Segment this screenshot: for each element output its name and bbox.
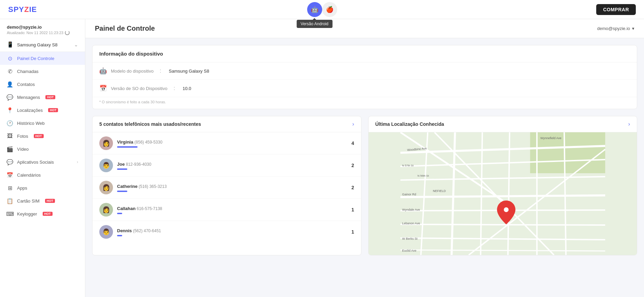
- sidebar-label-aplicativos: Aplicativos Sociais: [17, 160, 54, 165]
- contacts-list: 👩Virginia (856) 459-53304👨Joe 812-936-40…: [92, 132, 361, 243]
- sidebar-item-chamadas[interactable]: ✆Chamadas: [0, 65, 85, 78]
- hot-badge: HOT: [48, 108, 58, 112]
- sidebar-label-keylogger: Keylogger: [17, 211, 37, 217]
- header-user-menu[interactable]: demo@spyzie.io ▾: [597, 26, 634, 31]
- sidebar-updated: Atualizado: Nov 11 2022 11:23:23: [7, 30, 78, 35]
- sidebar-item-fotos[interactable]: 🖼FotosHOT: [0, 130, 85, 143]
- contact-name: Dennis: [117, 228, 132, 233]
- topbar: SPYZIE 🤖 Versão Android 🍎 COMPRAR: [0, 0, 644, 19]
- device-os-row: 📅 Versão de SO do Dispositivo : 10.0: [92, 80, 637, 97]
- sidebar-item-painel[interactable]: ⊙Painel De Controle: [0, 52, 85, 65]
- sidebar-item-localizacoes[interactable]: 📍LocalizaçõesHOT: [0, 104, 85, 117]
- cartao-icon: 📋: [7, 198, 13, 204]
- sidebar-item-cartao[interactable]: 📋Cartão SIMHOT: [0, 194, 85, 207]
- android-tooltip: Versão Android: [297, 20, 332, 28]
- sidebar-label-apps: Apps: [17, 185, 27, 191]
- svg-line-7: [400, 224, 605, 225]
- device-model-row: 🤖 Modelo do dispositivo : Samsung Galaxy…: [92, 62, 637, 80]
- map-container[interactable]: Woodbine Ave Gainor Rd Wyndale Ave Leban…: [369, 132, 637, 255]
- contact-row: 👨Joe 812-936-40302: [92, 154, 361, 177]
- apps-icon: ⊞: [7, 185, 13, 191]
- contact-count: 4: [352, 140, 354, 146]
- sync-note: * O sincronismo é feito a cada 30 horas.: [92, 97, 637, 109]
- sidebar-item-video[interactable]: 🎬Vídeo: [0, 143, 85, 155]
- refresh-icon[interactable]: [65, 30, 70, 35]
- mensagens-icon: 💬: [7, 94, 13, 100]
- map-svg: Woodbine Ave Gainor Rd Wyndale Ave Leban…: [369, 132, 637, 255]
- map-header: Última Localização Conhecida ›: [369, 116, 637, 132]
- sidebar-label-mensagens: Mensagens: [17, 95, 40, 100]
- hot-badge: HOT: [43, 212, 53, 216]
- sidebar-item-aplicativos[interactable]: 💬Aplicativos Sociais›: [0, 155, 85, 168]
- page-title: Painel de Controle: [95, 25, 155, 32]
- contact-phone: 616-575-7138: [135, 206, 162, 211]
- contact-avatar: 👨: [99, 225, 113, 239]
- sidebar-label-calendarios: Calendários: [17, 173, 41, 178]
- sidebar-item-keylogger[interactable]: ⌨KeyloggerHOT: [0, 207, 85, 220]
- sidebar-item-contatos[interactable]: 👤Contatos: [0, 78, 85, 91]
- sidebar-label-painel: Painel De Controle: [17, 56, 54, 61]
- device-item[interactable]: 📱 Samsung Galaxy S8 ⌄: [0, 38, 85, 52]
- svg-point-30: [504, 207, 509, 212]
- contact-count: 1: [352, 207, 354, 212]
- contact-phone: (562) 470-6451: [132, 228, 161, 233]
- chevron-down-icon: ▾: [632, 26, 634, 31]
- sidebar-email: demo@spyzie.io: [7, 25, 78, 30]
- contact-activity-bar: [117, 146, 138, 148]
- content-header: Painel de Controle demo@spyzie.io ▾: [85, 19, 644, 38]
- video-icon: 🎬: [7, 146, 13, 152]
- contact-name: Joe: [117, 162, 125, 167]
- contact-activity-bar: [117, 213, 122, 214]
- contact-name: Catherine: [117, 184, 138, 189]
- hot-badge: HOT: [34, 134, 44, 138]
- contact-count: 1: [352, 229, 354, 235]
- content-body: Informação do dispositivo 🤖 Modelo do di…: [85, 38, 644, 269]
- nav-arrow-icon: ›: [77, 160, 78, 164]
- sidebar-label-localizacoes: Localizações: [17, 108, 43, 113]
- map-card: Última Localização Conhecida ›: [368, 116, 638, 255]
- topbar-right: COMPRAR: [596, 4, 636, 15]
- contact-count: 2: [352, 163, 354, 168]
- contact-phone: (516) 365-3213: [138, 184, 167, 189]
- contact-count: 2: [352, 185, 354, 190]
- svg-text:Euclid Ave: Euclid Ave: [402, 249, 416, 252]
- sidebar-label-fotos: Fotos: [17, 134, 28, 139]
- aplicativos-icon: 💬: [7, 159, 13, 165]
- sidebar-label-contatos: Contatos: [17, 82, 35, 87]
- sidebar-user: demo@spyzie.io Atualizado: Nov 11 2022 1…: [0, 19, 85, 38]
- svg-text:Wyndale Ave: Wyndale Ave: [402, 208, 420, 211]
- svg-text:Lebanon Ave: Lebanon Ave: [402, 222, 420, 225]
- platform-switcher: 🤖 Versão Android 🍎: [307, 2, 337, 17]
- sidebar-label-chamadas: Chamadas: [17, 69, 39, 74]
- svg-text:N 57th St: N 57th St: [402, 164, 414, 167]
- sidebar-item-historico[interactable]: 🕐Histórico Web: [0, 117, 85, 130]
- contact-phone: 812-936-4030: [125, 162, 151, 167]
- contact-name: Virginia: [117, 139, 133, 145]
- contacts-header: 5 contatos telefônicos mais usados/recen…: [92, 116, 361, 132]
- historico-icon: 🕐: [7, 120, 13, 126]
- nav-items: ⊙Painel De Controle✆Chamadas👤Contatos💬Me…: [0, 52, 85, 220]
- apple-platform-btn[interactable]: 🍎: [322, 2, 337, 17]
- map-title: Última Localização Conhecida: [375, 121, 444, 127]
- calendarios-icon: 📅: [7, 172, 13, 178]
- sidebar-item-apps[interactable]: ⊞Apps: [0, 181, 85, 194]
- device-info-card: Informação do dispositivo 🤖 Modelo do di…: [92, 45, 637, 109]
- buy-button[interactable]: COMPRAR: [596, 4, 636, 15]
- contact-avatar: 👩: [99, 181, 113, 194]
- contact-activity-bar: [117, 235, 122, 236]
- sidebar-item-mensagens[interactable]: 💬MensagensHOT: [0, 91, 85, 104]
- sidebar: demo@spyzie.io Atualizado: Nov 11 2022 1…: [0, 19, 85, 297]
- map-arrow[interactable]: ›: [628, 121, 630, 127]
- calendar-icon: 📅: [99, 85, 107, 92]
- contatos-icon: 👤: [7, 81, 13, 87]
- contacts-arrow[interactable]: ›: [352, 121, 354, 127]
- content: Painel de Controle demo@spyzie.io ▾ Info…: [85, 19, 644, 297]
- svg-text:N 56th St: N 56th St: [417, 174, 429, 177]
- contact-row: 👨Dennis (562) 470-64511: [92, 221, 361, 243]
- sidebar-item-calendarios[interactable]: 📅Calendários: [0, 168, 85, 181]
- device-icon: 📱: [7, 41, 14, 48]
- contact-name: Callahan: [117, 206, 135, 211]
- chevron-down-icon: ⌄: [74, 42, 78, 47]
- android-platform-btn[interactable]: 🤖 Versão Android: [307, 2, 322, 17]
- contacts-title: 5 contatos telefônicos mais usados/recen…: [99, 121, 201, 127]
